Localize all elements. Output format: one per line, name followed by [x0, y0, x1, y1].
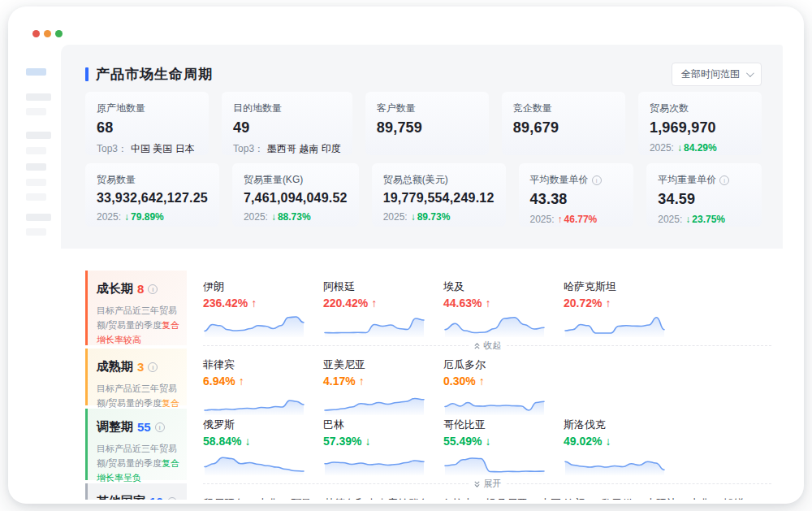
stat-card-trade-total-usd: 贸易总额(美元) 19,779,554,249.12 2025: ↓89.73% [372, 163, 506, 227]
info-icon[interactable] [148, 284, 158, 294]
sidebar-skeleton-item[interactable] [26, 93, 51, 101]
info-icon[interactable] [592, 175, 602, 185]
page-title: 产品市场生命周期 [96, 65, 213, 84]
stat-value: 33,932,642,127.25 [97, 191, 208, 206]
info-icon[interactable] [155, 422, 165, 432]
stat-value: 89,679 [513, 119, 614, 136]
sparkline-chart [443, 311, 547, 337]
country-tag[interactable]: 阿曼 [291, 496, 312, 500]
trend-down-icon: ↓ [605, 435, 611, 448]
country-trend: 4.17%↑ [323, 375, 443, 388]
country-trend: 55.49%↓ [443, 435, 564, 448]
country-card-kazakhstan[interactable]: 哈萨克斯坦 20.72%↑ [564, 279, 684, 337]
country-trend: 236.42%↑ [203, 297, 323, 310]
country-card-egypt[interactable]: 埃及 44.63%↑ [443, 279, 564, 337]
stat-label: 目的地数量 [233, 102, 341, 115]
country-card-russia[interactable]: 俄罗斯 58.84%↓ [203, 418, 323, 475]
section-growth: 成长期8 目标产品近三年贸易额/贸易量的季度复合增长率较高 伊朗 236.42%… [85, 271, 776, 345]
trend-up-icon: ↑ [251, 297, 257, 310]
stat-year-label: 2025: [650, 142, 674, 154]
sidebar-skeleton-item[interactable] [26, 147, 46, 154]
section-growth-label: 成长期8 目标产品近三年贸易额/贸易量的季度复合增长率较高 [85, 271, 187, 345]
other-countries-list: 留尼旺岛 南非 阿曼 赫德岛和麦克唐纳群岛 乌拉圭 坦桑尼亚 中国(澳门) 黎巴… [203, 492, 776, 500]
stats-row-1: 原产地数量 68 Top3：中国 美国 日本 目的地数量 49 Top3：墨西哥… [85, 92, 762, 155]
sidebar-skeleton-item[interactable] [26, 108, 46, 115]
country-card-ecuador[interactable]: 厄瓜多尔 0.30%↑ [443, 357, 564, 415]
trend-up-icon: ↑ [605, 297, 611, 310]
country-card-list: 菲律宾 6.94%↑ 亚美尼亚 4.17%↑ [203, 357, 776, 415]
sidebar-skeleton-item[interactable] [26, 132, 51, 139]
section-adjustment: 调整期55 目标产品近三年贸易额/贸易量的季度复合增长率呈负 俄罗斯 58.84… [85, 409, 776, 480]
trend-value: ↓89.73% [411, 211, 451, 223]
stat-value: 7,461,094,049.52 [244, 191, 348, 206]
trend-down-icon: ↓ [411, 211, 416, 223]
stat-label: 平均数量单价 [530, 173, 589, 187]
trend-down-icon: ↓ [271, 211, 276, 223]
country-tag[interactable]: 黎巴嫩 [602, 496, 633, 500]
sidebar-skeleton-item[interactable] [26, 179, 46, 186]
trend-value: ↑46.77% [558, 214, 598, 225]
trend-down-icon: ↓ [677, 142, 682, 154]
country-trend: 49.02%↓ [564, 435, 684, 448]
info-icon[interactable] [167, 497, 177, 500]
time-range-value: 全部时间范围 [681, 67, 740, 81]
stat-card-avg-weight-price: 平均重量单价 34.59 2025: ↓23.75% [646, 163, 762, 227]
country-tag[interactable]: 坦桑尼亚 [486, 496, 528, 500]
country-card-iran[interactable]: 伊朗 236.42%↑ [203, 279, 323, 337]
country-tag[interactable]: 卢旺达 [646, 496, 677, 500]
info-icon[interactable] [719, 175, 729, 185]
sidebar-skeleton-item[interactable] [26, 214, 51, 221]
country-tag[interactable]: 南非 [257, 496, 279, 500]
section-maturity-label: 成熟期3 目标产品近三年贸易额/贸易量的季度复合增长率平稳 [85, 349, 187, 405]
trend-value: ↓84.29% [677, 142, 717, 154]
country-card-bahrain[interactable]: 巴林 57.39%↓ [323, 418, 443, 475]
country-card-philippines[interactable]: 菲律宾 6.94%↑ [203, 357, 323, 415]
info-icon[interactable] [148, 362, 158, 372]
maximize-window-icon[interactable] [55, 30, 63, 37]
stat-value: 43.38 [530, 191, 623, 208]
country-card-argentina[interactable]: 阿根廷 220.42%↑ [323, 279, 443, 337]
country-name: 菲律宾 [203, 357, 323, 372]
country-trend: 57.39%↓ [323, 435, 443, 448]
section-other-countries: 其他国家16 留尼旺岛 南非 阿曼 赫德岛和麦克唐纳群岛 乌拉圭 坦桑尼亚 中国… [85, 483, 776, 500]
country-tag[interactable]: 中国(澳门) [540, 496, 590, 500]
country-card-slovakia[interactable]: 斯洛伐克 49.02%↓ [564, 418, 684, 475]
country-name: 巴林 [323, 418, 443, 432]
country-tag[interactable]: 乌拉圭 [442, 496, 473, 500]
sidebar-skeleton-item[interactable] [26, 193, 46, 201]
stat-card-competitor-count: 竞企数量 89,679 [502, 92, 625, 155]
stat-label: 竞企数量 [513, 102, 614, 115]
section-count: 8 [137, 282, 144, 296]
country-tag[interactable]: 朝鲜 [723, 496, 744, 500]
sidebar-skeleton-item[interactable] [26, 228, 46, 236]
stat-card-origin-count: 原产地数量 68 Top3：中国 美国 日本 [85, 92, 209, 155]
section-maturity: 成熟期3 目标产品近三年贸易额/贸易量的季度复合增长率平稳 菲律宾 6.94%↑ [85, 349, 776, 405]
country-card-colombia[interactable]: 哥伦比亚 55.49%↓ [443, 418, 564, 475]
country-tag[interactable]: 赫德岛和麦克唐纳群岛 [324, 496, 430, 500]
country-name: 厄瓜多尔 [443, 357, 564, 372]
section-desc: 目标产品近三年贸易额/贸易量的季度复合增长率呈负 [97, 441, 180, 485]
sidebar-skeleton-item[interactable] [26, 163, 46, 171]
stat-label: 贸易重量(KG) [244, 173, 348, 187]
time-range-dropdown[interactable]: 全部时间范围 [672, 63, 762, 86]
sparkline-chart [323, 449, 427, 475]
country-trend: 58.84%↓ [203, 435, 323, 448]
stat-sub-label: Top3： [233, 142, 264, 156]
country-trend: 6.94%↑ [203, 375, 323, 388]
country-tag[interactable]: 留尼旺岛 [203, 496, 245, 500]
section-adjustment-label: 调整期55 目标产品近三年贸易额/贸易量的季度复合增长率呈负 [85, 409, 187, 480]
section-name: 成长期 [97, 281, 133, 297]
section-desc: 目标产品近三年贸易额/贸易量的季度复合增长率较高 [97, 303, 180, 347]
stat-year-label: 2025: [97, 211, 121, 223]
stat-value: 1,969,970 [650, 119, 750, 136]
stat-label: 贸易总额(美元) [383, 173, 495, 187]
window-controls [32, 30, 63, 37]
country-card-armenia[interactable]: 亚美尼亚 4.17%↑ [323, 357, 443, 415]
country-tag[interactable]: 中非 [689, 496, 710, 500]
stat-value: 49 [233, 119, 341, 136]
close-window-icon[interactable] [32, 30, 40, 37]
stat-card-customer-count: 客户数量 89,759 [365, 92, 489, 155]
minimize-window-icon[interactable] [44, 30, 51, 37]
sidebar-active-item[interactable] [26, 68, 46, 76]
stat-label: 客户数量 [377, 102, 477, 115]
